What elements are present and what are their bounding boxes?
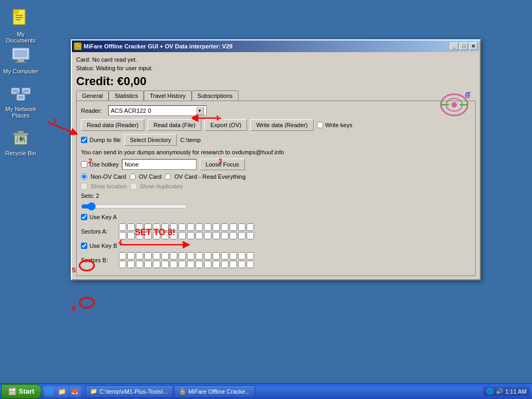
sector-checkbox-25[interactable] [195,261,203,268]
select-directory-button[interactable]: Select Directory [124,134,177,146]
sector-checkbox-13[interactable] [230,252,237,260]
sector-checkbox-12[interactable] [221,252,228,260]
write-keys-checkbox[interactable] [317,122,323,128]
sector-checkbox-25[interactable] [195,232,203,239]
sector-checkbox-0[interactable] [119,223,126,231]
taskbar-program-mifare[interactable]: 🔓 MiFare Offline Cracke... [174,385,255,398]
reader-dropdown[interactable]: ACS ACR122 0 ▼ [108,105,207,116]
sector-checkbox-27[interactable] [212,232,220,239]
sector-checkbox-14[interactable] [238,223,245,231]
sector-checkbox-31[interactable] [247,261,254,268]
sector-checkbox-9[interactable] [195,252,203,260]
sector-checkbox-26[interactable] [204,232,211,239]
sector-checkbox-3[interactable] [144,252,152,260]
use-key-a-checkbox[interactable] [81,214,87,220]
start-button[interactable]: 🪟 Start [1,384,42,399]
minimize-button[interactable]: _ [450,43,459,50]
sector-checkbox-26[interactable] [204,261,211,268]
sector-checkbox-10[interactable] [204,252,211,260]
sector-checkbox-20[interactable] [153,261,160,268]
sector-checkbox-18[interactable] [136,261,143,268]
taskbar-ie-icon[interactable]: 🌐 [44,386,55,397]
sector-checkbox-7[interactable] [178,252,186,260]
desktop-icon-my-computer[interactable]: My Computer [0,43,42,77]
sector-checkbox-21[interactable] [161,261,169,268]
use-hotkey-checkbox[interactable] [81,161,87,168]
sector-checkbox-10[interactable] [204,223,211,231]
sector-checkbox-20[interactable] [153,232,160,239]
sector-checkbox-1[interactable] [127,252,135,260]
maximize-button[interactable]: □ [460,43,468,50]
sector-checkbox-2[interactable] [136,252,143,260]
show-duplicates-checkbox[interactable] [130,183,137,189]
sector-checkbox-30[interactable] [238,261,245,268]
radio-ov[interactable] [129,173,136,180]
tab-statistics[interactable]: Statistics [109,90,144,101]
tab-travel-history[interactable]: Travel History [144,90,191,101]
sector-checkbox-22[interactable] [170,232,177,239]
loose-focus-button[interactable]: Loose Focus [200,159,245,170]
sector-checkbox-8[interactable] [187,223,194,231]
read-file-button[interactable]: Read data (File) [148,119,201,131]
sector-checkbox-2[interactable] [136,223,143,231]
write-reader-button[interactable]: Write data (Reader) [250,119,313,131]
sector-checkbox-24[interactable] [187,232,194,239]
sector-checkbox-18[interactable] [136,232,143,239]
close-button[interactable]: ✕ [469,43,478,50]
sector-checkbox-7[interactable] [178,223,186,231]
sector-checkbox-19[interactable] [144,261,152,268]
taskbar-program-explorer[interactable]: 📁 C:\temp\xM1-Plus-Tools\... [85,385,173,398]
sector-checkbox-27[interactable] [212,261,220,268]
sector-checkbox-15[interactable] [247,252,254,260]
sector-checkbox-3[interactable] [144,223,152,231]
sector-checkbox-31[interactable] [247,232,254,239]
sector-checkbox-23[interactable] [178,232,186,239]
sector-checkbox-11[interactable] [212,223,220,231]
sector-checkbox-22[interactable] [170,261,177,268]
show-location-checkbox[interactable] [81,183,87,189]
read-reader-button[interactable]: Read data (Reader) [81,119,144,131]
sector-checkbox-0[interactable] [119,252,126,260]
sector-checkbox-5[interactable] [161,223,169,231]
sector-checkbox-28[interactable] [221,232,228,239]
sector-checkbox-29[interactable] [230,261,237,268]
sector-checkbox-28[interactable] [221,261,228,268]
sector-checkbox-4[interactable] [153,252,160,260]
sector-checkbox-16[interactable] [119,232,126,239]
desktop-icon-recycle-bin[interactable]: ♻ Recycle Bin [0,124,42,159]
taskbar-firefox-icon[interactable]: 🦊 [69,386,81,397]
sector-checkbox-4[interactable] [153,223,160,231]
hotkey-input[interactable] [122,159,197,170]
tab-general[interactable]: General [76,90,109,101]
desktop-icon-my-network-places[interactable]: My Network Places [0,80,42,121]
sector-checkbox-19[interactable] [144,232,152,239]
sector-checkbox-13[interactable] [230,223,237,231]
sector-checkbox-17[interactable] [127,261,135,268]
sector-checkbox-30[interactable] [238,232,245,239]
sector-checkbox-17[interactable] [127,232,135,239]
sector-checkbox-6[interactable] [170,252,177,260]
sector-checkbox-12[interactable] [221,223,228,231]
export-ov-button[interactable]: Export (OV) [204,119,247,131]
sector-checkbox-16[interactable] [119,261,126,268]
sector-checkbox-9[interactable] [195,223,203,231]
sets-slider[interactable] [81,202,187,211]
sector-checkbox-1[interactable] [127,223,135,231]
sector-checkbox-5[interactable] [161,252,169,260]
sector-checkbox-15[interactable] [247,223,254,231]
sector-checkbox-14[interactable] [238,252,245,260]
radio-ov-all[interactable] [165,173,171,180]
desktop-icon-my-documents[interactable]: My Documents [0,5,42,46]
window-titlebar[interactable]: 🔓 MiFare Offline Cracker GUI + OV Data i… [72,40,480,52]
dump-to-file-checkbox[interactable] [81,137,87,143]
use-key-b-checkbox[interactable] [81,243,87,249]
tab-subscriptions[interactable]: Subscriptions [192,90,239,101]
sector-checkbox-23[interactable] [178,261,186,268]
sector-checkbox-8[interactable] [187,252,194,260]
taskbar-folder-icon[interactable]: 📁 [56,386,68,397]
sector-checkbox-6[interactable] [170,223,177,231]
sector-checkbox-21[interactable] [161,232,169,239]
sector-checkbox-29[interactable] [230,232,237,239]
sector-checkbox-24[interactable] [187,261,194,268]
radio-non-ov[interactable] [81,173,87,180]
